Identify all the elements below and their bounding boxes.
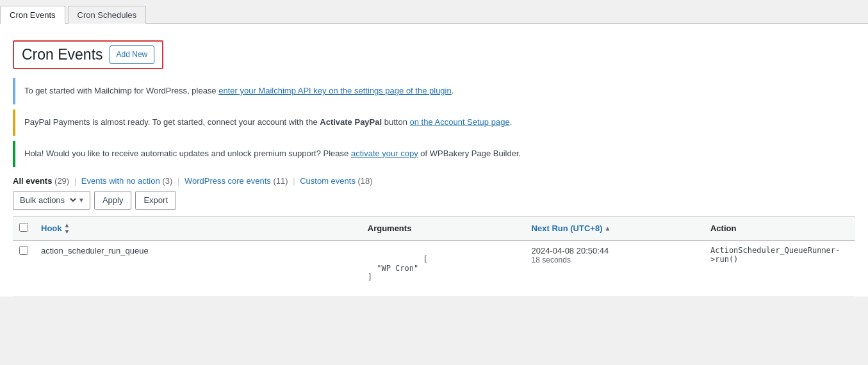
notice-paypal-middle: button <box>382 117 409 127</box>
tab-cron-events[interactable]: Cron Events <box>0 6 65 24</box>
cron-table: Hook ▲▼ Arguments Next Run (UTC+8) ▲ <box>13 216 855 296</box>
filter-no-action[interactable]: Events with no action <box>81 176 160 186</box>
bulk-actions-select-wrapper[interactable]: Bulk actionsDelete ▼ <box>13 191 90 210</box>
page-wrapper: Cron Events Cron Schedules Cron Events A… <box>0 0 868 365</box>
row-action-value: ActionScheduler_QueueRunner->run() <box>710 246 840 264</box>
col-hook-header: Hook ▲▼ <box>35 216 361 240</box>
row-nextrun-sub: 18 seconds <box>532 256 698 264</box>
page-title-container: Cron Events Add New <box>13 40 163 69</box>
table-row: action_scheduler_run_queue [ "WP Cron" ]… <box>13 240 855 296</box>
filter-core-count: (11) <box>273 176 288 186</box>
bulk-dropdown-arrow-icon: ▼ <box>78 197 85 204</box>
col-check-header <box>13 216 35 240</box>
table-header-row: Hook ▲▼ Arguments Next Run (UTC+8) ▲ <box>13 216 855 240</box>
export-button[interactable]: Export <box>135 191 176 210</box>
main-content: Cron Events Add New To get started with … <box>0 24 868 296</box>
notice-wpbakery: Hola! Would you like to receive automati… <box>13 141 855 167</box>
row-hook-cell: action_scheduler_run_queue <box>35 240 361 296</box>
nextrun-sort-arrows: ▲ <box>604 225 610 232</box>
notice-paypal-suffix: . <box>510 117 512 127</box>
filter-core[interactable]: WordPress core events <box>184 176 271 186</box>
notice-paypal-bold: Activate PayPal <box>320 117 382 127</box>
row-nextrun-time: 2024-04-08 20:50:44 <box>532 246 698 256</box>
filter-all-count: (29) <box>54 176 69 186</box>
row-checkbox[interactable] <box>19 246 28 255</box>
row-hook-value: action_scheduler_run_queue <box>41 246 149 256</box>
col-action-header: Action <box>704 216 855 240</box>
add-new-button[interactable]: Add New <box>110 45 155 64</box>
notice-mailchimp-suffix: . <box>452 86 454 95</box>
notice-paypal-link[interactable]: on the Account Setup page <box>409 117 509 127</box>
notice-mailchimp-link[interactable]: enter your Mailchimp API key on the sett… <box>218 86 452 95</box>
filter-custom-count: (18) <box>358 176 373 186</box>
page-title: Cron Events <box>22 46 103 64</box>
col-nextrun-header: Next Run (UTC+8) ▲ <box>525 216 704 240</box>
select-all-checkbox[interactable] <box>19 223 28 232</box>
notice-wpbakery-link[interactable]: activate your copy <box>351 149 418 158</box>
hook-col-label: Hook <box>41 223 62 233</box>
filter-custom[interactable]: Custom events <box>300 176 356 186</box>
notice-mailchimp-text: To get started with Mailchimp for WordPr… <box>24 86 218 95</box>
notice-wpbakery-suffix: of WPBakery Page Builder. <box>418 149 521 158</box>
notice-paypal: PayPal Payments is almost ready. To get … <box>13 110 855 136</box>
apply-button[interactable]: Apply <box>94 191 132 210</box>
row-arguments-value: [ "WP Cron" ] <box>368 255 428 282</box>
row-checkbox-cell <box>13 240 35 296</box>
filter-all[interactable]: All events <box>13 176 52 186</box>
tab-cron-schedules[interactable]: Cron Schedules <box>68 6 147 24</box>
filter-bar: All events (29) | Events with no action … <box>13 176 855 186</box>
action-col-label: Action <box>710 223 736 233</box>
notice-paypal-prefix: PayPal Payments is almost ready. To get … <box>24 117 320 127</box>
hook-sort-arrows: ▲▼ <box>64 222 70 235</box>
arguments-col-label: Arguments <box>368 223 412 233</box>
filter-no-action-count: (3) <box>162 176 172 186</box>
nextrun-col-label: Next Run (UTC+8) <box>532 223 603 233</box>
notice-wpbakery-prefix: Hola! Would you like to receive automati… <box>24 149 351 158</box>
bulk-actions-select[interactable]: Bulk actionsDelete <box>17 195 78 206</box>
row-action-cell: ActionScheduler_QueueRunner->run() <box>704 240 855 296</box>
col-arguments-header: Arguments <box>361 216 525 240</box>
tab-bar: Cron Events Cron Schedules <box>0 0 868 24</box>
nextrun-sort-link[interactable]: Next Run (UTC+8) ▲ <box>532 223 611 233</box>
bulk-bar: Bulk actionsDelete ▼ Apply Export <box>13 191 855 210</box>
row-nextrun-cell: 2024-04-08 20:50:44 18 seconds <box>525 240 704 296</box>
notice-mailchimp: To get started with Mailchimp for WordPr… <box>13 78 855 104</box>
row-arguments-cell: [ "WP Cron" ] <box>361 240 525 296</box>
hook-sort-link[interactable]: Hook ▲▼ <box>41 222 70 235</box>
